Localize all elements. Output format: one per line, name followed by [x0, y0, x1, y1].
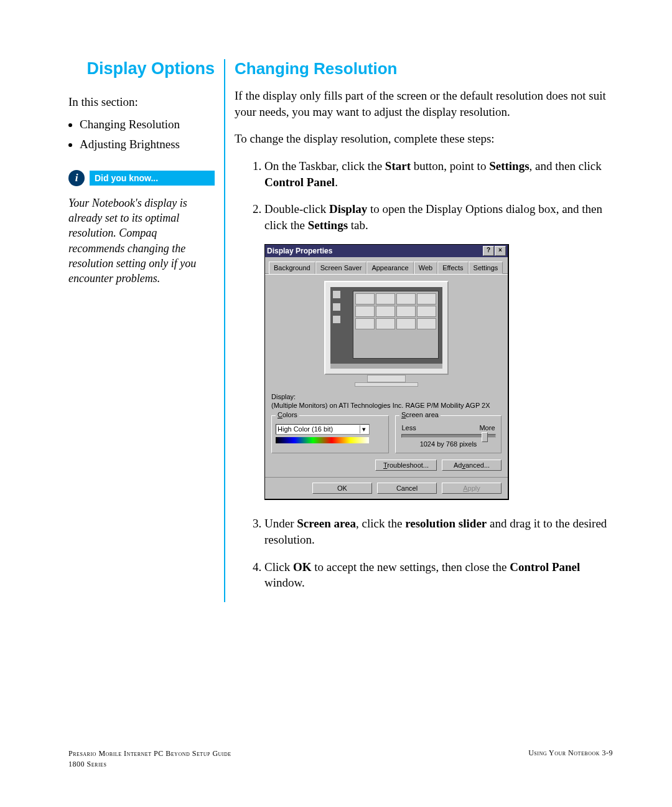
- did-you-know-header: i Did you know...: [68, 170, 215, 186]
- cancel-button[interactable]: Cancel: [377, 483, 437, 494]
- color-gradient-preview: [276, 437, 369, 443]
- footer-series: 1800 Series: [68, 759, 231, 770]
- tab-screen-saver[interactable]: Screen Saver: [315, 262, 367, 274]
- advanced-button[interactable]: Advanced...: [442, 460, 502, 471]
- display-adapter-info: (Multiple Monitors) on ATI Technologies …: [271, 402, 502, 409]
- in-this-section-label: In this section:: [68, 94, 215, 110]
- did-you-know-body: Your Notebook's display is already set t…: [68, 196, 215, 286]
- dialog-titlebar: Display Properties ? ×: [265, 245, 508, 257]
- dialog-title: Display Properties: [267, 247, 332, 255]
- footer-page-location: Using Your Notebook 3-9: [528, 748, 613, 770]
- intro-paragraph: To change the display resolution, comple…: [235, 131, 613, 147]
- footer-guide-name: Presario Mobile Internet PC Beyond Setup…: [68, 748, 231, 759]
- step-item: Click OK to accept the new settings, the…: [264, 559, 613, 591]
- page-footer: Presario Mobile Internet PC Beyond Setup…: [68, 748, 613, 770]
- display-label: Display:: [271, 393, 502, 400]
- apply-button[interactable]: Apply: [442, 483, 502, 494]
- steps-list: On the Taskbar, click the Start button, …: [235, 158, 613, 234]
- slider-less-label: Less: [402, 424, 416, 432]
- intro-paragraph: If the display only fills part of the sc…: [235, 88, 613, 120]
- step-item: Double-click Display to open the Display…: [264, 201, 613, 233]
- section-title: Display Options: [68, 59, 215, 78]
- tab-effects[interactable]: Effects: [437, 262, 468, 274]
- step-item: On the Taskbar, click the Start button, …: [264, 158, 613, 190]
- tab-web[interactable]: Web: [414, 262, 437, 274]
- toc-item: Changing Resolution: [80, 118, 215, 131]
- slider-more-label: More: [479, 424, 495, 432]
- info-icon: i: [68, 170, 85, 186]
- tab-appearance[interactable]: Appearance: [366, 262, 413, 274]
- steps-list-continued: Under Screen area, click the resolution …: [235, 516, 613, 591]
- ok-button[interactable]: OK: [312, 483, 372, 494]
- did-you-know-label: Did you know...: [90, 171, 215, 186]
- section-toc: Changing Resolution Adjusting Brightness: [68, 118, 215, 151]
- display-properties-dialog: Display Properties ? × Background Screen…: [264, 244, 509, 500]
- step-item: Under Screen area, click the resolution …: [264, 516, 613, 547]
- color-depth-dropdown[interactable]: High Color (16 bit) ▾: [276, 424, 370, 435]
- colors-group: Colors High Color (16 bit) ▾: [271, 415, 389, 453]
- help-button[interactable]: ?: [483, 246, 494, 256]
- toc-item: Adjusting Brightness: [80, 138, 215, 151]
- close-button[interactable]: ×: [495, 246, 506, 256]
- chevron-down-icon: ▾: [360, 425, 368, 433]
- tab-settings[interactable]: Settings: [469, 262, 503, 274]
- screen-area-group: Screen area Less More 1024 by 768 pixels: [395, 415, 502, 453]
- tab-background[interactable]: Background: [269, 262, 315, 274]
- tab-bar: Background Screen Saver Appearance Web E…: [265, 257, 508, 274]
- slider-thumb[interactable]: [482, 432, 488, 442]
- subsection-title: Changing Resolution: [235, 59, 613, 78]
- troubleshoot-button[interactable]: Troubleshoot...: [375, 460, 437, 471]
- resolution-slider[interactable]: [401, 434, 496, 438]
- monitor-preview: [324, 281, 449, 387]
